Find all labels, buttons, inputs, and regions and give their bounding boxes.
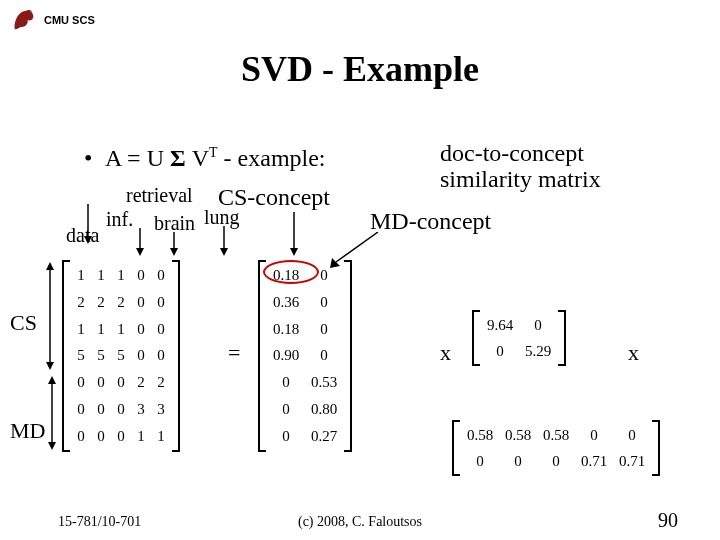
matrix-cell: 3 [134,401,148,418]
equation-bullet: • A = U Σ VT - example: [84,145,326,172]
matrix-cell: 0 [74,401,88,418]
matrix-cell: 0 [94,374,108,391]
matrix-V: 0.580.580.58000000.710.71 [452,420,660,476]
svg-line-10 [336,232,378,262]
matrix-cell: 1 [114,321,128,338]
slide-title: SVD - Example [0,48,720,90]
arrow-down-icon [168,232,180,256]
matrix-cell: 0.90 [270,347,302,364]
col-label-inf: inf. [106,208,133,231]
matrix-row: 00011 [74,428,168,445]
matrix-row: 22200 [74,294,168,311]
matrix-cell: 1 [114,267,128,284]
matrix-cell: 0.71 [616,453,648,470]
matrix-cell: 0 [502,453,534,470]
label-md-concept: MD-concept [370,208,491,235]
matrix-cell: 0 [154,347,168,364]
footer-page-number: 90 [658,509,678,532]
matrix-cell: 2 [94,294,108,311]
arrow-down-icon [218,226,230,256]
svg-marker-1 [84,236,92,244]
slide-header: CMU SCS [10,6,95,34]
matrix-cell: 0 [114,401,128,418]
svg-marker-15 [48,376,56,384]
matrix-cell: 0.27 [308,428,340,445]
matrix-cell: 0 [270,374,302,391]
row-group-cs: CS [10,310,37,336]
svg-marker-12 [46,262,54,270]
header-org: CMU SCS [44,14,95,26]
matrix-cell: 0 [522,317,554,334]
double-arrow-icon [46,376,58,450]
matrix-cell: 0 [94,401,108,418]
matrix-cell: 3 [154,401,168,418]
matrix-cell: 0 [134,347,148,364]
matrix-row: 00033 [74,401,168,418]
matrix-cell: 0.18 [270,321,302,338]
matrix-row: 11100 [74,321,168,338]
matrix-cell: 1 [134,428,148,445]
arrow-down-icon [134,228,146,256]
svg-marker-3 [136,248,144,256]
matrix-row: 00.80 [270,401,340,418]
times-symbol: x [628,340,639,366]
svg-marker-7 [220,248,228,256]
matrix-cell: 2 [134,374,148,391]
cmu-mascot-icon [10,6,38,34]
matrix-cell: 1 [154,428,168,445]
matrix-cell: 0.58 [464,427,496,444]
matrix-row: 11100 [74,267,168,284]
eq-post: V [186,145,209,171]
arrow-down-icon [82,204,94,244]
matrix-cell: 2 [74,294,88,311]
matrix-cell: 5 [74,347,88,364]
footer-copyright: (c) 2008, C. Faloutsos [0,514,720,530]
equals-symbol: = [228,340,240,366]
matrix-cell: 0 [154,267,168,284]
matrix-cell: 0 [154,321,168,338]
svg-marker-5 [170,248,178,256]
matrix-cell: 0 [114,374,128,391]
arrow-down-icon [288,212,300,256]
matrix-cell: 0 [114,428,128,445]
matrix-cell: 0 [616,427,648,444]
svg-marker-9 [290,248,298,256]
matrix-cell: 0 [134,294,148,311]
double-arrow-icon [44,262,56,370]
matrix-cell: 0.53 [308,374,340,391]
matrix-cell: 0 [464,453,496,470]
bullet-dot-icon: • [84,145,92,171]
matrix-cell: 1 [74,267,88,284]
matrix-cell: 5.29 [522,343,554,360]
matrix-cell: 0 [308,347,340,364]
annotation-similarity-matrix: similarity matrix [440,166,601,193]
matrix-cell: 0 [94,428,108,445]
matrix-cell: 0.58 [540,427,572,444]
matrix-cell: 0 [74,428,88,445]
matrix-row: 0.580.580.5800 [464,427,648,444]
highlight-circle-icon [263,260,319,284]
matrix-cell: 0 [308,321,340,338]
matrix-cell: 0 [154,294,168,311]
eq-A-pre: A = U [105,145,170,171]
matrix-cell: 0 [270,428,302,445]
matrix-row: 00.53 [270,374,340,391]
col-label-retrieval: retrieval [126,184,193,207]
annotation-doc-to-concept: doc-to-concept [440,140,584,167]
row-group-md: MD [10,418,45,444]
matrix-cell: 0 [134,321,148,338]
times-symbol: x [440,340,451,366]
matrix-cell: 1 [94,267,108,284]
svg-marker-17 [48,442,56,450]
matrix-A: 11100222001110055500000220003300011 [62,260,180,452]
matrix-cell: 5 [94,347,108,364]
matrix-cell: 2 [114,294,128,311]
eq-sup: T [209,145,218,160]
matrix-cell: 0.58 [502,427,534,444]
matrix-cell: 0.71 [578,453,610,470]
matrix-S: 9.64005.29 [472,310,566,366]
eq-tail: - example: [218,145,326,171]
matrix-cell: 0 [134,267,148,284]
matrix-row: 0.360 [270,294,340,311]
matrix-row: 05.29 [484,343,554,360]
